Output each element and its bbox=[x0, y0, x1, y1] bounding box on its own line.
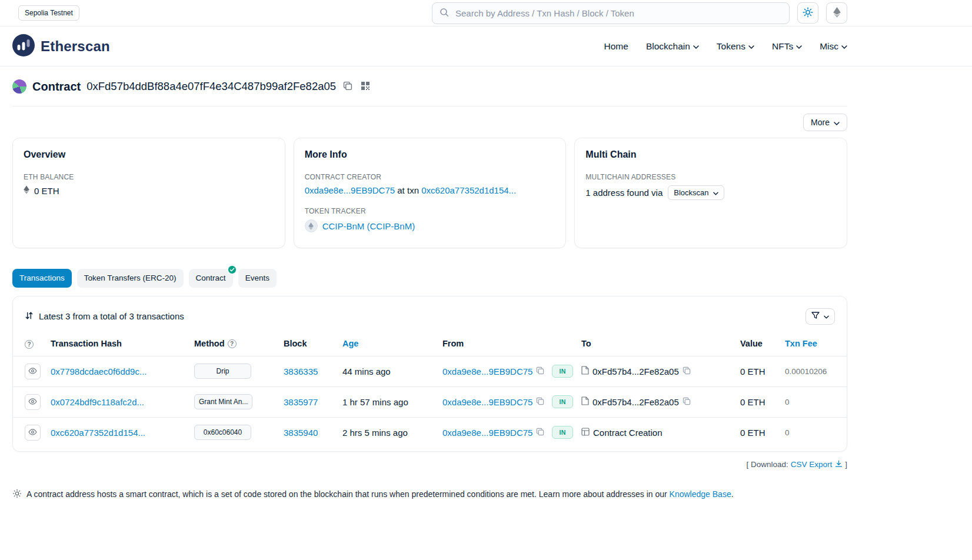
main-nav: Home Blockchain Tokens NFTs Misc bbox=[604, 41, 847, 52]
col-header-hash: Transaction Hash bbox=[46, 334, 189, 356]
eye-icon bbox=[28, 398, 37, 406]
nav-home[interactable]: Home bbox=[604, 41, 628, 52]
to-address-text: 0xFd57b4...2Fe82a05 bbox=[592, 397, 679, 407]
block-link[interactable]: 3835940 bbox=[284, 428, 318, 438]
value-text: 0 ETH bbox=[740, 397, 765, 407]
more-info-card: More Info CONTRACT CREATOR 0xda9e8e...9E… bbox=[294, 138, 567, 248]
tab-token-transfers[interactable]: Token Transfers (ERC-20) bbox=[77, 269, 184, 288]
qr-code-icon bbox=[361, 81, 370, 92]
nav-misc[interactable]: Misc bbox=[820, 41, 847, 52]
contract-creation-text: Contract Creation bbox=[593, 428, 663, 438]
theme-toggle-button[interactable] bbox=[797, 2, 818, 24]
qr-code-button[interactable] bbox=[359, 80, 371, 94]
more-button[interactable]: More bbox=[803, 114, 847, 131]
multichain-card-title: Multi Chain bbox=[585, 149, 836, 160]
chevron-down-icon bbox=[693, 45, 699, 49]
multichain-addresses-label: MULTICHAIN ADDRESSES bbox=[585, 173, 836, 181]
help-icon: ? bbox=[228, 339, 237, 348]
knowledge-base-link[interactable]: Knowledge Base bbox=[670, 489, 731, 499]
multichain-provider-dropdown[interactable]: Blockscan bbox=[668, 185, 724, 200]
address-avatar bbox=[12, 79, 26, 94]
tx-preview-button[interactable] bbox=[25, 364, 41, 379]
top-utility-bar: Sepolia Testnet bbox=[0, 0, 972, 26]
csv-export-link[interactable]: CSV Export bbox=[791, 460, 843, 469]
contract-info-note: A contract address hosts a smart contrac… bbox=[12, 488, 847, 501]
more-info-card-title: More Info bbox=[305, 149, 555, 160]
txn-hash-link[interactable]: 0x7798dcdaec0f6dd9c... bbox=[51, 366, 147, 376]
nav-tokens[interactable]: Tokens bbox=[717, 41, 754, 52]
value-text: 0 ETH bbox=[740, 428, 765, 438]
copy-from-button[interactable] bbox=[536, 428, 544, 438]
network-menu-button[interactable] bbox=[826, 2, 847, 24]
filter-button[interactable] bbox=[805, 308, 835, 325]
tx-preview-button[interactable] bbox=[25, 425, 41, 441]
to-address-text: 0xFd57b4...2Fe82a05 bbox=[592, 366, 679, 376]
transactions-table: ? Transaction Hash Method ? Block Age Fr… bbox=[13, 334, 847, 448]
block-link[interactable]: 3836335 bbox=[284, 366, 318, 376]
note-suffix: . bbox=[731, 489, 734, 499]
block-link[interactable]: 3835977 bbox=[284, 397, 318, 407]
copy-icon bbox=[536, 366, 544, 376]
tab-events[interactable]: Events bbox=[238, 269, 277, 288]
download-prefix: [ Download: bbox=[746, 460, 788, 469]
age-text: 44 mins ago bbox=[342, 366, 391, 376]
eye-icon bbox=[28, 367, 37, 376]
from-address-link[interactable]: 0xda9e8e...9EB9DC75 bbox=[442, 428, 532, 438]
copy-to-button[interactable] bbox=[683, 397, 691, 407]
page-title: Contract 0xFd57b4ddBf88a4e07fF4e34C487b9… bbox=[12, 79, 847, 94]
copy-to-button[interactable] bbox=[683, 366, 691, 376]
divider bbox=[12, 106, 847, 106]
filter-icon bbox=[811, 312, 820, 321]
chevron-down-icon bbox=[841, 45, 847, 49]
copy-address-button[interactable] bbox=[342, 80, 354, 94]
network-badge[interactable]: Sepolia Testnet bbox=[18, 5, 79, 21]
txn-hash-link[interactable]: 0xc620a77352d1d154... bbox=[51, 428, 145, 438]
creator-address-link[interactable]: 0xda9e8e...9EB9DC75 bbox=[305, 185, 395, 195]
txn-fee-text: 0 bbox=[785, 428, 790, 437]
tab-transactions[interactable]: Transactions bbox=[12, 269, 72, 288]
chevron-down-icon bbox=[713, 188, 718, 197]
brand-name: Etherscan bbox=[41, 38, 110, 55]
txn-fee-text: 0.00010206 bbox=[785, 367, 827, 376]
nav-nfts[interactable]: NFTs bbox=[772, 41, 802, 52]
col-header-value: Value bbox=[735, 334, 780, 356]
creator-separator: at txn bbox=[397, 185, 419, 195]
search-input[interactable] bbox=[454, 8, 782, 19]
col-header-fee-toggle[interactable]: Txn Fee bbox=[785, 339, 817, 348]
etherscan-logo[interactable]: Etherscan bbox=[12, 34, 110, 58]
from-address-link[interactable]: 0xda9e8e...9EB9DC75 bbox=[442, 366, 532, 376]
copy-from-button[interactable] bbox=[536, 366, 544, 376]
transaction-row: 0x0724bdf9c118afc2d... Grant Mint An... … bbox=[13, 386, 847, 417]
token-tracker-link[interactable]: CCIP-BnM (CCIP-BnM) bbox=[322, 221, 415, 231]
transaction-row: 0x7798dcdaec0f6dd9c... Drip 3836335 44 m… bbox=[13, 356, 847, 386]
method-badge: Drip bbox=[194, 364, 251, 379]
search-bar[interactable] bbox=[432, 2, 790, 24]
col-header-age-toggle[interactable]: Age bbox=[342, 339, 358, 348]
tab-contract[interactable]: Contract bbox=[189, 269, 233, 288]
eye-icon bbox=[28, 428, 37, 437]
nav-blockchain[interactable]: Blockchain bbox=[646, 41, 699, 52]
tip-icon bbox=[12, 489, 22, 501]
copy-from-button[interactable] bbox=[536, 397, 544, 407]
tx-preview-button[interactable] bbox=[25, 394, 41, 410]
copy-icon bbox=[536, 397, 544, 407]
contract-creator-label: CONTRACT CREATOR bbox=[305, 173, 555, 181]
chevron-down-icon bbox=[748, 45, 754, 49]
token-tracker-label: TOKEN TRACKER bbox=[305, 207, 555, 215]
site-header: Etherscan Home Blockchain Tokens NFTs Mi… bbox=[0, 26, 972, 66]
direction-badge: IN bbox=[552, 426, 573, 439]
eth-balance-label: ETH BALANCE bbox=[24, 173, 274, 181]
creation-txn-link[interactable]: 0xc620a77352d1d154... bbox=[421, 185, 516, 195]
chevron-down-icon bbox=[824, 312, 829, 321]
age-text: 2 hrs 5 mins ago bbox=[342, 428, 408, 438]
transactions-panel: Latest 3 from a total of 3 transactions … bbox=[12, 296, 847, 452]
help-icon: ? bbox=[25, 340, 34, 349]
from-address-link[interactable]: 0xda9e8e...9EB9DC75 bbox=[442, 397, 532, 407]
tab-bar: Transactions Token Transfers (ERC-20) Co… bbox=[12, 269, 847, 288]
eth-balance-value: 0 ETH bbox=[34, 186, 59, 196]
multichain-card: Multi Chain MULTICHAIN ADDRESSES 1 addre… bbox=[574, 138, 847, 248]
txn-hash-link[interactable]: 0x0724bdf9c118afc2d... bbox=[51, 397, 144, 407]
overview-card-title: Overview bbox=[24, 149, 274, 160]
download-icon bbox=[835, 460, 843, 469]
method-badge: 0x60c06040 bbox=[194, 425, 251, 440]
